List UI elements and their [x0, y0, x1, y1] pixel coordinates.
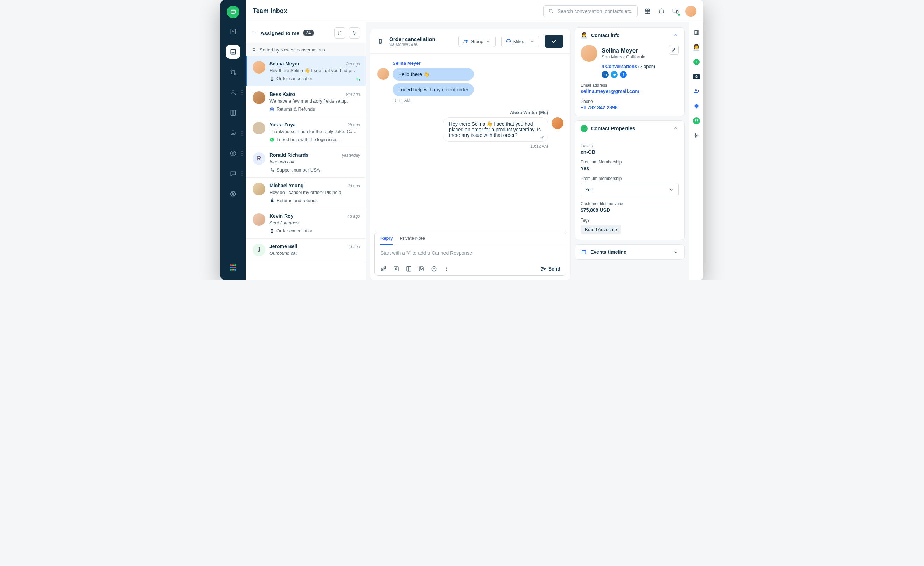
rail-sliders-icon[interactable]: [693, 132, 700, 139]
tag-chip[interactable]: Brand Advocate: [580, 225, 621, 234]
conversation-name: Bess Kairo: [270, 92, 295, 97]
conversation-item[interactable]: J Jerome Bell 4d ago Outbound call: [246, 239, 366, 261]
locale-label: Locale: [580, 143, 679, 148]
sort-label: Sorted by Newest conversations: [246, 44, 366, 56]
contact-phone[interactable]: +1 782 342 2398: [580, 105, 679, 110]
nav-inbox[interactable]: [226, 45, 240, 59]
nav-flows[interactable]: [226, 65, 240, 79]
nav-bots[interactable]: [226, 126, 240, 140]
canned-icon[interactable]: [393, 266, 399, 272]
conversation-item[interactable]: Selina Meyer 2m ago Hey there Selina 👋 I…: [246, 56, 366, 87]
nav-dashboard[interactable]: [226, 24, 240, 39]
nav-apps[interactable]: [226, 260, 240, 275]
svg-point-34: [446, 267, 447, 267]
image-icon[interactable]: [418, 266, 424, 272]
nav-knowledge[interactable]: [226, 106, 240, 120]
svg-point-2: [231, 70, 232, 71]
list-filter-label[interactable]: Assigned to me: [260, 30, 300, 36]
read-receipt-icon: [540, 134, 545, 139]
devices-icon[interactable]: [671, 7, 680, 15]
article-icon[interactable]: [406, 266, 412, 272]
nav-messages[interactable]: [226, 167, 240, 181]
chat-title: Order cancellation: [389, 36, 435, 42]
tab-private-note[interactable]: Private Note: [400, 236, 425, 245]
message-bubble: Hey there Selina 👋 I see that you had pl…: [443, 117, 548, 142]
more-icon[interactable]: [444, 266, 450, 272]
emoji-icon[interactable]: [431, 266, 437, 272]
conversation-name: Jerome Bell: [270, 244, 297, 249]
group-dropdown[interactable]: Group: [459, 36, 496, 47]
sender-name: Selina Meyer: [393, 60, 564, 66]
message-bubble: Hello there 👋: [393, 68, 474, 81]
premium-select[interactable]: Yes: [580, 183, 679, 197]
conversation-channel-tag: Order cancellation: [270, 76, 360, 81]
svg-point-44: [696, 136, 696, 137]
conversation-preview: Inbound call: [270, 159, 360, 165]
chevron-up-icon: [673, 33, 679, 38]
nav-billing[interactable]: [226, 146, 240, 160]
svg-point-41: [695, 89, 697, 92]
count-badge: 34: [303, 30, 314, 36]
conversation-item[interactable]: R Ronald Richards yesterday Inbound call…: [246, 147, 366, 178]
conversation-item[interactable]: Kevin Roy 4d ago Sent 2 images Order can…: [246, 208, 366, 239]
gift-icon[interactable]: [643, 7, 652, 15]
filter-button[interactable]: [349, 27, 360, 39]
conversation-time: 2d ago: [347, 183, 360, 188]
menu-icon[interactable]: [251, 30, 257, 36]
panel-toggle[interactable]: Events timeline: [575, 245, 684, 260]
contact-conversations[interactable]: 4 Conversations (2 open): [602, 64, 679, 69]
facebook-icon[interactable]: f: [620, 71, 627, 78]
svg-rect-38: [582, 251, 585, 254]
attachment-icon[interactable]: [381, 266, 387, 272]
search-input[interactable]: Search conversation, contacts,etc.: [543, 5, 638, 17]
conversation-time: 4d ago: [347, 244, 360, 249]
chat-panel: Order cancellation via Mobile SDK Group …: [366, 23, 575, 280]
conversation-item[interactable]: Yusra Zoya 2h ago Thankyou so much for t…: [246, 117, 366, 147]
conversation-item[interactable]: Bess Kairo 8m ago We have a few mandator…: [246, 87, 366, 117]
reply-textarea[interactable]: Start with a "/" to add a Canned Respons…: [375, 245, 566, 262]
svg-point-9: [232, 193, 234, 195]
svg-point-33: [435, 268, 435, 269]
rail-contact-icon[interactable]: 👩‍💼: [693, 44, 700, 51]
contact-email[interactable]: selina.meyer@gmail.com: [580, 89, 679, 94]
contact-location: San Mateo, California: [602, 54, 664, 60]
svg-point-32: [433, 268, 434, 269]
conversation-name: Ronald Richards: [270, 152, 308, 158]
notifications-icon[interactable]: [657, 7, 666, 15]
rail-info-icon[interactable]: i: [693, 58, 700, 66]
panel-toggle[interactable]: i Contact Properties: [575, 121, 684, 136]
twitter-icon[interactable]: [611, 71, 618, 78]
premium2-label: Premium membership: [580, 176, 679, 181]
linkedin-icon[interactable]: in: [602, 71, 609, 78]
nav-settings[interactable]: [226, 187, 240, 201]
nav-contacts[interactable]: [226, 86, 240, 99]
svg-point-25: [380, 43, 381, 44]
contact-name: Selina Meyer: [602, 47, 664, 54]
primary-nav: [220, 0, 246, 280]
collapse-icon[interactable]: [693, 29, 700, 36]
rail-user-plus-icon[interactable]: [693, 87, 700, 95]
contact-info-panel: 👩‍💼 Contact info Selina Meyer San Mateo,…: [575, 27, 685, 116]
rail-headset-icon[interactable]: [693, 117, 700, 125]
rail-camera-icon[interactable]: [693, 73, 700, 81]
send-button[interactable]: Send: [541, 266, 560, 272]
clv-value: $75,808 USD: [580, 207, 679, 213]
conversation-preview: Hey there Selina 👋 I see that you had p.…: [270, 68, 360, 73]
avatar: [377, 68, 389, 80]
svg-rect-24: [380, 39, 381, 43]
tab-reply[interactable]: Reply: [381, 236, 393, 245]
chat-subtitle: via Mobile SDK: [389, 42, 435, 47]
conversation-item[interactable]: Michael Young 2d ago How do I cancel my …: [246, 178, 366, 208]
svg-rect-39: [694, 31, 699, 35]
user-avatar[interactable]: [685, 6, 696, 17]
svg-point-16: [354, 34, 354, 34]
avatar: [253, 122, 265, 134]
panel-toggle[interactable]: 👩‍💼 Contact info: [575, 28, 684, 43]
phone-label: Phone: [580, 99, 679, 104]
edit-contact-button[interactable]: [669, 45, 679, 55]
sort-button[interactable]: [334, 27, 345, 39]
resolve-button[interactable]: [544, 35, 564, 48]
rail-diamond-icon[interactable]: [693, 102, 700, 110]
agent-dropdown[interactable]: Mike...: [501, 36, 539, 47]
app-logo[interactable]: [227, 6, 239, 18]
